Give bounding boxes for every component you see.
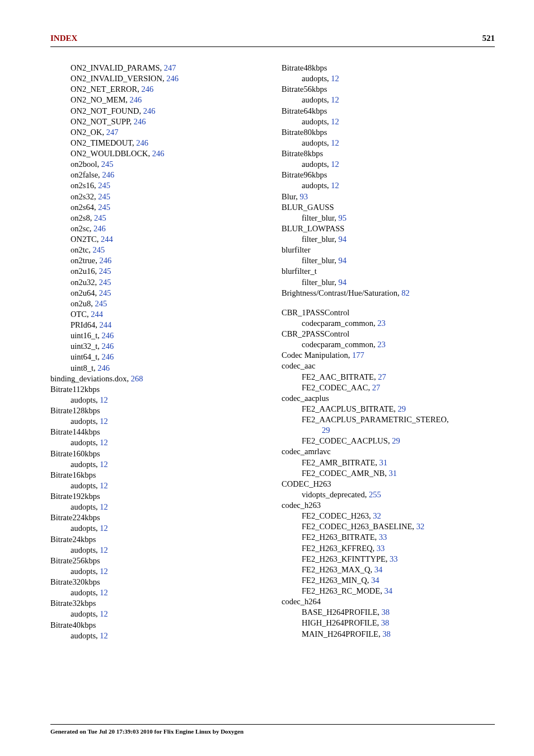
index-page-link[interactable]: 245: [92, 245, 105, 254]
index-entry: audopts, 12: [50, 566, 264, 577]
index-term: on2s32,: [71, 192, 98, 201]
left-column: ON2_INVALID_PARAMS, 247ON2_INVALID_VERSI…: [50, 63, 264, 641]
index-page-link[interactable]: 12: [100, 567, 108, 576]
index-page-link[interactable]: 34: [384, 586, 392, 595]
index-term: audopts,: [302, 117, 331, 126]
index-entry: audopts, 12: [282, 73, 495, 84]
index-page-link[interactable]: 95: [338, 213, 346, 222]
index-page-link[interactable]: 247: [164, 63, 176, 72]
index-page-link[interactable]: 38: [381, 618, 390, 627]
index-page-link[interactable]: 32: [416, 522, 425, 531]
index-page-link[interactable]: 247: [106, 128, 119, 137]
index-entry: ON2TC, 244: [50, 234, 264, 245]
index-entry: Bitrate112kbps: [50, 384, 264, 395]
index-entry: on2s8, 245: [50, 213, 264, 223]
index-page-link[interactable]: 12: [331, 160, 339, 169]
index-page-link[interactable]: 29: [392, 436, 400, 445]
index-page-link[interactable]: 246: [97, 363, 110, 372]
index-term: Bitrate128kbps: [50, 406, 100, 415]
index-page-link[interactable]: 38: [382, 629, 391, 638]
index-page-link[interactable]: 244: [101, 235, 113, 244]
index-page-link[interactable]: 246: [166, 74, 179, 83]
index-page-link[interactable]: 27: [378, 372, 386, 381]
index-page-link[interactable]: 245: [95, 299, 107, 308]
index-page-link[interactable]: 246: [102, 352, 114, 361]
index-page-link[interactable]: 31: [380, 458, 388, 467]
index-page-link[interactable]: 246: [136, 138, 148, 147]
index-entry: Bitrate128kbps: [50, 405, 264, 416]
index-page-link[interactable]: 246: [134, 117, 146, 126]
index-page-link[interactable]: 244: [100, 320, 112, 329]
index-term: audopts,: [71, 460, 100, 469]
index-page-link[interactable]: 12: [100, 588, 108, 597]
index-page-link[interactable]: 31: [389, 469, 397, 478]
index-page-link[interactable]: 12: [331, 95, 339, 104]
index-page-link[interactable]: 246: [130, 95, 142, 104]
index-page-link[interactable]: 29: [322, 426, 330, 435]
index-page-link[interactable]: 12: [331, 138, 339, 147]
index-entry: on2false, 246: [50, 170, 264, 180]
index-page-link[interactable]: 94: [338, 256, 346, 265]
index-page-link[interactable]: 33: [390, 554, 398, 563]
index-page-link[interactable]: 34: [371, 576, 380, 585]
index-term: ON2_INVALID_PARAMS,: [71, 63, 164, 72]
index-page-link[interactable]: 12: [331, 181, 339, 190]
index-page-link[interactable]: 12: [100, 438, 108, 447]
index-page-link[interactable]: 245: [99, 278, 111, 287]
index-page-link[interactable]: 29: [398, 404, 406, 413]
index-page-link[interactable]: 12: [331, 74, 339, 83]
index-page-link[interactable]: 246: [152, 149, 165, 158]
index-page-link[interactable]: 12: [100, 417, 108, 426]
index-entry: ON2_NET_ERROR, 246: [50, 84, 264, 95]
index-page-link[interactable]: 12: [100, 631, 108, 640]
index-page-link[interactable]: 33: [379, 533, 387, 542]
index-page-link[interactable]: 245: [94, 213, 106, 222]
index-page-link[interactable]: 94: [338, 235, 346, 244]
index-page-link[interactable]: 245: [99, 288, 111, 297]
index-page-link[interactable]: 12: [100, 545, 108, 554]
index-page-link[interactable]: 12: [331, 117, 339, 126]
index-term: audopts,: [71, 481, 100, 490]
index-page-link[interactable]: 245: [98, 181, 110, 190]
index-term: FE2_CODEC_AAC,: [302, 383, 372, 392]
index-entry: audopts, 12: [50, 545, 264, 556]
index-term: FE2_AACPLUS_PARAMETRIC_STEREO,: [302, 415, 449, 424]
index-page-link[interactable]: 246: [102, 170, 114, 179]
index-page-link[interactable]: 12: [100, 460, 108, 469]
index-page-link[interactable]: 245: [98, 203, 110, 212]
index-page-link[interactable]: 82: [401, 288, 410, 297]
index-page-link[interactable]: 27: [372, 383, 381, 392]
index-entry: FE2_CODEC_H263_BASELINE, 32: [282, 521, 495, 532]
index-page-link[interactable]: 33: [377, 544, 385, 553]
index-page-link[interactable]: 12: [100, 524, 108, 533]
index-page-link[interactable]: 246: [143, 106, 156, 115]
index-page-link[interactable]: 94: [338, 278, 346, 287]
index-page-link[interactable]: 38: [382, 608, 390, 617]
index-page-link[interactable]: 12: [100, 395, 108, 404]
index-page-link[interactable]: 93: [299, 192, 308, 201]
index-entry: on2tc, 245: [50, 245, 264, 255]
index-page-link[interactable]: 177: [352, 351, 364, 360]
index-page-link[interactable]: 245: [98, 192, 110, 201]
index-page-link[interactable]: 34: [374, 565, 383, 574]
index-page-link[interactable]: 268: [131, 374, 143, 383]
index-page-link[interactable]: 246: [141, 85, 153, 94]
index-page-link[interactable]: 23: [377, 340, 386, 349]
index-entry: Bitrate8kbps: [282, 148, 495, 159]
index-page-link[interactable]: 246: [102, 331, 114, 340]
index-page-link[interactable]: 246: [100, 256, 112, 265]
index-page-link[interactable]: 255: [369, 490, 381, 499]
index-page-link[interactable]: 245: [99, 267, 111, 276]
index-page-link[interactable]: 12: [100, 502, 108, 511]
index-page-link[interactable]: 244: [91, 310, 103, 319]
index-term: audopts,: [302, 181, 331, 190]
index-page-link[interactable]: 12: [100, 609, 108, 618]
index-term: ON2_NOT_FOUND,: [71, 106, 143, 115]
index-entry: FE2_CODEC_AMR_NB, 31: [282, 468, 495, 479]
index-page-link[interactable]: 32: [373, 511, 381, 520]
index-page-link[interactable]: 245: [101, 160, 114, 169]
index-page-link[interactable]: 246: [102, 342, 114, 351]
index-page-link[interactable]: 246: [93, 224, 106, 233]
index-page-link[interactable]: 23: [377, 319, 386, 328]
index-page-link[interactable]: 12: [100, 481, 108, 490]
